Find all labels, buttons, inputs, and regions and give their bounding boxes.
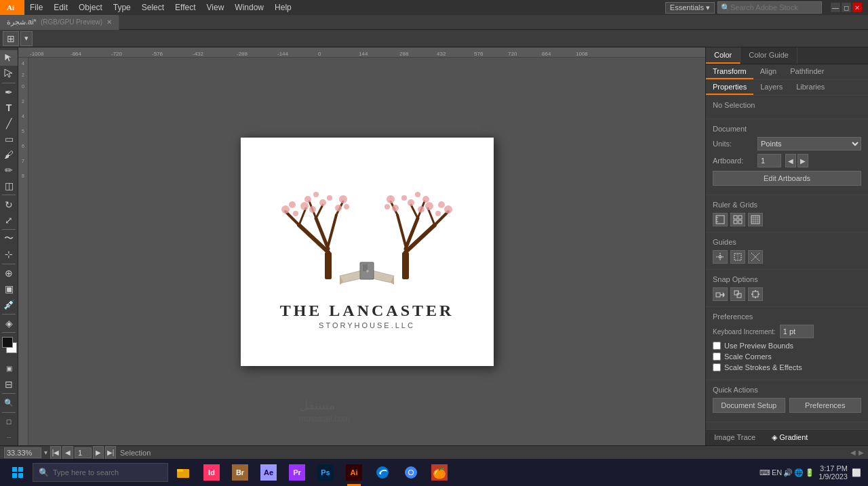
zoom-dropdown[interactable]: ▾ <box>44 449 47 456</box>
pen-tool[interactable]: ✒ <box>0 85 18 100</box>
artboard-prev-btn[interactable]: ◀ <box>785 154 796 167</box>
taskbar-unknown[interactable]: 🍊 <box>426 459 453 486</box>
extra-tools[interactable]: ··· <box>0 430 18 445</box>
en-indicator[interactable]: EN <box>772 468 782 477</box>
taskbar-premiere[interactable]: Pr <box>283 459 311 486</box>
last-page-btn[interactable]: ▶| <box>105 446 116 460</box>
change-screen-mode[interactable]: ⊟ <box>0 376 18 392</box>
canvas-scroll[interactable]: THE LANCASTER STORYHOUSE.LLC مستقل mosta… <box>28 58 705 445</box>
rectangle-tool[interactable]: ▭ <box>0 131 18 147</box>
tab-pathfinder[interactable]: Pathfinder <box>783 64 831 79</box>
keyboard-icon[interactable]: ⌨ <box>760 468 770 477</box>
tab-layers[interactable]: Layers <box>753 80 789 95</box>
taskbar-aftereffects[interactable]: Ae <box>255 459 282 486</box>
volume-icon[interactable]: 🔊 <box>783 468 793 477</box>
blend-tool[interactable]: ◈ <box>0 315 18 331</box>
gradient-tab[interactable]: ◈ Gradient <box>764 430 816 445</box>
image-trace-tab[interactable]: Image Trace <box>706 430 764 445</box>
keyboard-increment-input[interactable] <box>780 325 814 338</box>
pixel-grid-icon-btn[interactable] <box>748 213 763 226</box>
pencil-tool[interactable]: ✏ <box>0 162 18 178</box>
taskbar-search[interactable]: 🔍 <box>33 463 168 482</box>
guides-icon-1[interactable] <box>713 250 728 264</box>
next-page-btn[interactable]: ▶ <box>93 446 104 460</box>
taskbar-chrome[interactable] <box>397 459 425 486</box>
selection-tool[interactable] <box>0 50 18 66</box>
prev-page-btn[interactable]: ◀ <box>62 446 73 460</box>
menu-help[interactable]: Help <box>269 0 297 15</box>
guides-icon-2[interactable] <box>730 250 745 264</box>
layout-btn[interactable]: ▾ <box>20 31 33 46</box>
snap-icon-1[interactable] <box>713 287 728 301</box>
direct-selection-tool[interactable] <box>0 66 18 81</box>
zoom-input[interactable] <box>4 447 41 458</box>
warp-tool[interactable]: 〜 <box>0 231 18 247</box>
grid-icon-btn[interactable] <box>730 213 745 226</box>
menu-file[interactable]: File <box>24 0 48 15</box>
artboard-input[interactable] <box>757 154 781 167</box>
zoom-tool[interactable]: 🔍 <box>0 395 18 411</box>
use-preview-bounds-checkbox[interactable] <box>713 342 721 350</box>
tab-properties[interactable]: Properties <box>706 80 753 95</box>
eraser-tool[interactable]: ◫ <box>0 178 18 193</box>
network-icon[interactable]: 🌐 <box>794 468 804 477</box>
scale-tool[interactable]: ⤢ <box>0 212 18 228</box>
scroll-left[interactable]: ◀ <box>850 449 856 456</box>
artboard-next-btn[interactable]: ▶ <box>797 154 808 167</box>
snap-icon-3[interactable] <box>748 287 763 301</box>
normal-mode[interactable]: ▣ <box>0 361 18 376</box>
battery-icon[interactable]: 🔋 <box>805 468 814 477</box>
scale-strokes-checkbox[interactable] <box>713 363 721 371</box>
taskbar-edge[interactable] <box>369 459 396 486</box>
taskbar-photoshop[interactable]: Ps <box>312 459 339 486</box>
tab-transform[interactable]: Transform <box>706 64 753 79</box>
taskbar-search-input[interactable] <box>53 468 155 477</box>
rotate-tool[interactable]: ↻ <box>0 197 18 212</box>
menu-object[interactable]: Object <box>73 0 108 15</box>
menu-select[interactable]: Select <box>136 0 170 15</box>
menu-view[interactable]: View <box>201 0 230 15</box>
eyedropper-tool[interactable]: 💉 <box>0 297 18 312</box>
menu-window[interactable]: Window <box>229 0 269 15</box>
restore-button[interactable]: ◻ <box>842 3 851 12</box>
scroll-right[interactable]: ▶ <box>859 449 864 456</box>
foreground-color[interactable] <box>2 337 13 348</box>
page-input[interactable] <box>75 447 92 458</box>
menu-type[interactable]: Type <box>108 0 136 15</box>
tab-close-icon[interactable]: ✕ <box>106 18 112 26</box>
arrange-btn[interactable]: ⊞ <box>3 31 19 46</box>
units-select[interactable]: Points <box>757 137 861 150</box>
paintbrush-tool[interactable]: 🖌 <box>0 147 18 163</box>
minimize-button[interactable]: — <box>831 3 840 12</box>
start-button[interactable] <box>4 459 31 486</box>
snap-icon-2[interactable] <box>730 287 745 301</box>
taskbar-indesign[interactable]: Id <box>198 459 225 486</box>
search-stock-input[interactable] <box>730 3 818 12</box>
document-setup-button[interactable]: Document Setup <box>713 398 785 413</box>
essentials-button[interactable]: Essentials ▾ <box>665 2 715 14</box>
menu-edit[interactable]: Edit <box>48 0 73 15</box>
close-button[interactable]: ✕ <box>852 3 862 12</box>
taskbar-file-explorer[interactable] <box>170 459 197 486</box>
free-transform-tool[interactable]: ⊹ <box>0 247 18 262</box>
artboard-tool[interactable]: ☐ <box>0 414 18 430</box>
menu-effect[interactable]: Effect <box>170 0 201 15</box>
shape-builder-tool[interactable]: ⊕ <box>0 266 18 281</box>
preferences-button[interactable]: Preferences <box>789 398 862 413</box>
scale-corners-checkbox[interactable] <box>713 352 721 361</box>
tab-libraries[interactable]: Libraries <box>789 80 831 95</box>
tab-color-guide[interactable]: Color Guide <box>741 47 797 64</box>
gradient-tool[interactable]: ▣ <box>0 281 18 297</box>
tab-color[interactable]: Color <box>706 47 741 64</box>
line-tool[interactable]: ╱ <box>0 116 18 131</box>
rulers-icon-btn[interactable] <box>713 213 728 226</box>
guides-icon-3[interactable] <box>748 250 763 264</box>
taskbar-illustrator[interactable]: Ai <box>340 459 368 486</box>
notification-icon[interactable]: ⬜ <box>852 468 861 477</box>
tab-align[interactable]: Align <box>753 64 783 79</box>
taskbar-bridge[interactable]: Br <box>226 459 254 486</box>
type-tool[interactable]: T <box>0 100 18 116</box>
edit-artboards-button[interactable]: Edit Artboards <box>713 171 861 186</box>
first-page-btn[interactable]: |◀ <box>50 446 61 460</box>
file-tab[interactable]: شجرة.ai* (RGB/GPU Preview) ✕ <box>0 15 119 30</box>
